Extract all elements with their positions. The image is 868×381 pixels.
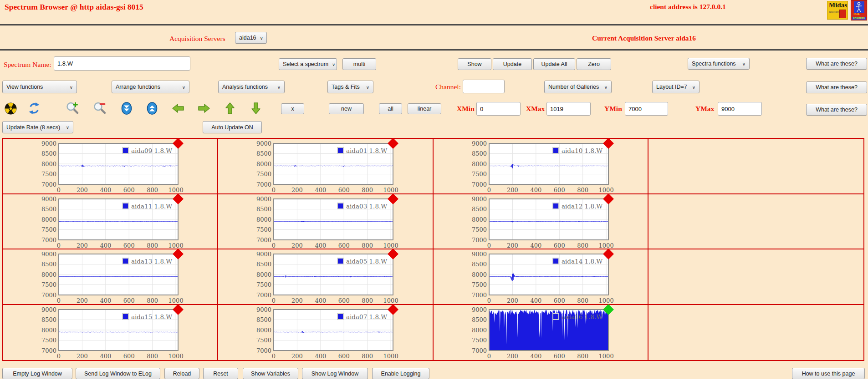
update-all-button[interactable]: Update All [533, 58, 575, 70]
spectrum-chart-aida14[interactable]: 9000850080007500700002004006008001000aid… [472, 250, 618, 304]
how-to-use-button[interactable]: How to use this page [792, 368, 865, 379]
xmin-input[interactable] [476, 102, 521, 116]
ymax-input[interactable] [718, 102, 762, 116]
spectrum-chart-aida05[interactable]: 9000850080007500700002004006008001000aid… [256, 250, 402, 304]
empty-cell [648, 305, 863, 361]
svg-text:600: 600 [338, 353, 350, 360]
xmax-label: XMax [526, 105, 545, 113]
what-are-these-button-1[interactable]: What are these? [806, 58, 867, 70]
midas-logo: Midas powered by [827, 1, 848, 20]
spectrum-chart-aida09[interactable]: 9000850080007500700002004006008001000aid… [41, 140, 187, 193]
ymin-label: YMin [604, 105, 622, 113]
acquisition-server-select[interactable]: aida16 [235, 32, 267, 44]
spectrum-chart-aida11[interactable]: 9000850080007500700002004006008001000aid… [41, 195, 187, 249]
svg-text:7000: 7000 [256, 181, 271, 188]
svg-text:8000: 8000 [471, 271, 486, 278]
arrow-up-icon[interactable] [223, 102, 237, 115]
arrow-right-icon[interactable] [197, 102, 211, 115]
svg-text:7000: 7000 [41, 347, 56, 354]
spectrum-chart-aida12[interactable]: 9000850080007500700002004006008001000aid… [472, 195, 618, 249]
ymin-input[interactable] [625, 102, 668, 116]
update-rate-dropdown[interactable]: Update Rate (8 secs) [2, 121, 73, 133]
xmax-input[interactable] [546, 102, 591, 116]
chart-cell-aida12[interactable]: 9000850080007500700002004006008001000aid… [434, 194, 648, 250]
send-log-window-to-elog-button[interactable]: Send Log Window to ELog [76, 368, 160, 379]
all-button[interactable]: all [379, 103, 402, 114]
chart-cell-aida05[interactable]: 9000850080007500700002004006008001000aid… [218, 249, 433, 305]
chart-cell-aida01[interactable]: 9000850080007500700002004006008001000aid… [218, 139, 433, 194]
spectrum-chart-aida10[interactable]: 9000850080007500700002004006008001000aid… [472, 140, 618, 193]
svg-text:7500: 7500 [256, 226, 271, 233]
chart-cell-aida14[interactable]: 9000850080007500700002004006008001000aid… [434, 249, 648, 305]
arrow-left-icon[interactable] [171, 102, 185, 115]
chart-cell-aida03[interactable]: 9000850080007500700002004006008001000aid… [218, 194, 433, 250]
scroll-down-icon[interactable] [120, 102, 133, 115]
x-button[interactable]: x [281, 103, 304, 114]
chart-cell-aida07[interactable]: 9000850080007500700002004006008001000aid… [218, 305, 433, 361]
spectrum-chart-aida03[interactable]: 9000850080007500700002004006008001000aid… [256, 195, 402, 249]
svg-text:200: 200 [291, 297, 303, 304]
svg-text:1000: 1000 [168, 242, 184, 249]
svg-text:aida09 1.8.W: aida09 1.8.W [131, 147, 172, 154]
refresh-icon[interactable] [27, 102, 41, 115]
svg-text:aida10 1.8.W: aida10 1.8.W [562, 147, 602, 154]
layout-id-dropdown[interactable]: Layout ID=7 [652, 81, 700, 93]
svg-text:9000: 9000 [41, 140, 56, 147]
show-button[interactable]: Show [458, 58, 491, 70]
spectrum-chart-aida13[interactable]: 9000850080007500700002004006008001000aid… [41, 250, 187, 304]
radiation-icon[interactable] [4, 102, 17, 115]
xmin-label: XMin [457, 105, 475, 113]
zero-button[interactable]: Zero [577, 58, 611, 70]
svg-text:1000: 1000 [383, 353, 398, 360]
multi-button[interactable]: multi [342, 58, 376, 70]
svg-text:400: 400 [530, 353, 541, 360]
spectrum-chart-aida16[interactable]: 9000850080007500700002004006008001000aid… [472, 306, 618, 359]
show-log-window-button[interactable]: Show Log Window [302, 368, 368, 379]
tags-fits-dropdown[interactable]: Tags & Fits [327, 81, 373, 93]
spectrum-chart-aida07[interactable]: 9000850080007500700002004006008001000aid… [256, 306, 402, 359]
divider-middle [0, 49, 868, 51]
show-variables-button[interactable]: Show Variables [243, 368, 298, 379]
svg-text:1000: 1000 [168, 353, 184, 360]
spectrum-name-input[interactable] [54, 56, 190, 71]
chart-cell-aida16[interactable]: 9000850080007500700002004006008001000aid… [434, 305, 648, 361]
chart-cell-aida09[interactable]: 9000850080007500700002004006008001000aid… [3, 139, 218, 194]
spectra-functions-dropdown[interactable]: Spectra functions [688, 58, 750, 70]
empty-log-window-button[interactable]: Empty Log Window [2, 368, 72, 379]
arrow-down-icon[interactable] [249, 102, 263, 115]
reset-button[interactable]: Reset [203, 368, 238, 379]
svg-text:0: 0 [57, 242, 61, 249]
chart-cell-aida11[interactable]: 9000850080007500700002004006008001000aid… [3, 194, 218, 250]
client-address: client address is 127.0.0.1 [650, 3, 726, 11]
svg-text:1000: 1000 [598, 187, 613, 193]
new-button[interactable]: new [329, 103, 364, 114]
spectrum-chart-aida01[interactable]: 9000850080007500700002004006008001000aid… [256, 140, 402, 193]
what-are-these-button-3[interactable]: What are these? [806, 104, 867, 116]
analysis-functions-dropdown[interactable]: Analysis functions [218, 81, 285, 93]
chart-cell-aida10[interactable]: 9000850080007500700002004006008001000aid… [434, 139, 648, 194]
reload-button[interactable]: Reload [164, 368, 199, 379]
svg-text:8500: 8500 [471, 150, 486, 157]
number-of-galleries-dropdown[interactable]: Number of Galleries [544, 81, 612, 93]
update-button[interactable]: Update [493, 58, 532, 70]
svg-text:400: 400 [100, 297, 111, 304]
view-functions-dropdown[interactable]: View functions [2, 81, 77, 93]
svg-text:0: 0 [57, 353, 61, 360]
channel-input[interactable] [463, 80, 505, 93]
scroll-up-icon[interactable] [145, 102, 159, 115]
auto-update-button[interactable]: Auto Update ON [203, 121, 262, 133]
linear-button[interactable]: linear [408, 103, 441, 114]
svg-text:8500: 8500 [41, 150, 56, 157]
arrange-functions-dropdown[interactable]: Arrange functions [112, 81, 189, 93]
enable-logging-button[interactable]: Enable Logging [372, 368, 429, 379]
svg-text:7500: 7500 [41, 171, 56, 178]
svg-text:600: 600 [123, 187, 135, 193]
zoom-in-icon[interactable] [66, 102, 79, 115]
chart-cell-aida13[interactable]: 9000850080007500700002004006008001000aid… [3, 249, 218, 305]
svg-text:7500: 7500 [256, 171, 271, 178]
what-are-these-button-2[interactable]: What are these? [806, 81, 867, 93]
spectrum-chart-aida15[interactable]: 9000850080007500700002004006008001000aid… [41, 306, 187, 359]
zoom-out-icon[interactable] [93, 102, 107, 115]
chart-cell-aida15[interactable]: 9000850080007500700002004006008001000aid… [3, 305, 218, 361]
select-spectrum-dropdown[interactable]: Select a spectrum [279, 58, 337, 70]
